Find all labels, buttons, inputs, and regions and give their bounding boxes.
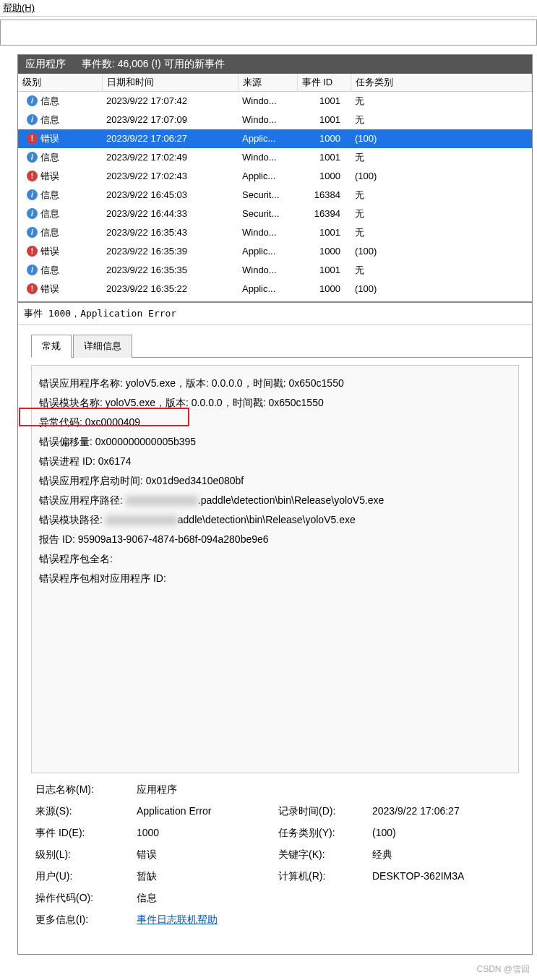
col-header-category[interactable]: 任务类别 — [351, 74, 532, 92]
row-category: (100) — [351, 129, 532, 148]
row-source: Windo... — [238, 261, 297, 280]
info-icon — [27, 227, 38, 238]
row-category: 无 — [351, 223, 532, 242]
error-icon — [27, 246, 38, 257]
row-level-text: 信息 — [40, 207, 59, 220]
redacted-path: xxxxxxxxxx — [106, 515, 178, 525]
val-opcode: 信息 — [137, 892, 278, 905]
val-log-name: 应用程序 — [137, 783, 278, 796]
row-category: 无 — [351, 261, 532, 280]
row-source: Applic... — [238, 167, 297, 186]
row-source: Applic... — [238, 242, 297, 261]
row-level-text: 信息 — [40, 113, 59, 126]
event-table-container: 级别 日期和时间 来源 事件 ID 任务类别 信息2023/9/22 17:07… — [18, 74, 532, 303]
detail-line-app-path: 错误应用程序路径: xxxxxxxxxx.paddle\detection\bi… — [39, 493, 511, 508]
lbl-opcode: 操作代码(O): — [35, 892, 137, 905]
row-datetime: 2023/9/22 16:35:39 — [102, 242, 238, 261]
section-header: 应用程序 事件数: 46,006 (!) 可用的新事件 — [18, 55, 532, 74]
detail-line-pkg-fullname: 错误程序包全名: — [39, 551, 511, 567]
detail-line-process-id: 错误进程 ID: 0x6174 — [39, 454, 511, 469]
info-icon — [27, 189, 38, 200]
row-source: Windo... — [238, 92, 297, 111]
table-row[interactable]: 错误2023/9/22 16:35:22Applic...1000(100) — [18, 280, 532, 298]
row-datetime: 2023/9/22 16:35:22 — [102, 280, 238, 298]
col-header-datetime[interactable]: 日期和时间 — [102, 74, 238, 92]
row-category: (100) — [351, 280, 532, 298]
help-menu[interactable]: 帮助(H) — [3, 2, 35, 13]
redacted-path: xxxxxxxxxx — [126, 496, 198, 506]
row-source: Applic... — [238, 129, 297, 148]
row-source: Securit... — [238, 186, 297, 205]
table-row[interactable]: 错误2023/9/22 16:35:39Applic...1000(100) — [18, 242, 532, 261]
col-header-level[interactable]: 级别 — [18, 74, 102, 92]
event-log-online-help-link[interactable]: 事件日志联机帮助 — [137, 914, 218, 925]
row-source: Windo... — [238, 223, 297, 242]
row-datetime: 2023/9/22 17:07:09 — [102, 111, 238, 129]
highlight-box — [19, 408, 189, 426]
menu-bar: 帮助(H) — [0, 0, 537, 17]
event-table: 级别 日期和时间 来源 事件 ID 任务类别 信息2023/9/22 17:07… — [18, 74, 532, 298]
lbl-category: 任务类别(Y): — [278, 827, 372, 840]
table-row[interactable]: 信息2023/9/22 16:35:35Windo...1001无 — [18, 261, 532, 280]
detail-line-module-path: 错误模块路径: xxxxxxxxxxaddle\detection\bin\Re… — [39, 512, 511, 528]
table-row[interactable]: 信息2023/9/22 17:07:42Windo...1001无 — [18, 92, 532, 111]
row-level-text: 错误 — [40, 170, 59, 183]
lbl-user: 用户(U): — [35, 870, 137, 883]
table-row[interactable]: 信息2023/9/22 16:44:33Securit...16394无 — [18, 205, 532, 223]
table-row[interactable]: 信息2023/9/22 16:45:03Securit...16384无 — [18, 186, 532, 205]
info-icon — [27, 95, 38, 106]
val-logged: 2023/9/22 17:06:27 — [372, 805, 515, 818]
detail-line-app-name: 错误应用程序名称: yoloV5.exe，版本: 0.0.0.0，时间戳: 0x… — [39, 376, 511, 391]
error-icon — [27, 133, 38, 144]
row-source: Windo... — [238, 148, 297, 167]
val-source: Application Error — [137, 805, 278, 818]
tab-details[interactable]: 详细信息 — [73, 335, 132, 358]
table-row[interactable]: 信息2023/9/22 17:02:49Windo...1001无 — [18, 148, 532, 167]
detail-line-pkg-appid: 错误程序包相对应用程序 ID: — [39, 571, 511, 586]
properties-grid: 日志名称(M): 应用程序 来源(S): Application Error 记… — [35, 783, 515, 927]
tab-general[interactable]: 常规 — [31, 335, 72, 358]
lbl-event-id: 事件 ID(E): — [35, 827, 137, 840]
row-level-text: 错误 — [40, 245, 59, 258]
table-row[interactable]: 信息2023/9/22 17:07:09Windo...1001无 — [18, 111, 532, 129]
row-level-text: 信息 — [40, 226, 59, 239]
row-source: Windo... — [238, 111, 297, 129]
val-level: 错误 — [137, 848, 278, 861]
row-datetime: 2023/9/22 17:02:49 — [102, 148, 238, 167]
row-event-id: 1001 — [297, 111, 351, 129]
row-category: 无 — [351, 111, 532, 129]
table-row[interactable]: 信息2023/9/22 16:35:43Windo...1001无 — [18, 223, 532, 242]
error-icon — [27, 171, 38, 181]
row-datetime: 2023/9/22 16:44:33 — [102, 205, 238, 223]
lbl-source: 来源(S): — [35, 805, 137, 818]
row-event-id: 1000 — [297, 280, 351, 298]
table-row[interactable]: 错误2023/9/22 17:02:43Applic...1000(100) — [18, 167, 532, 186]
lbl-computer: 计算机(R): — [278, 870, 372, 883]
row-event-id: 1000 — [297, 129, 351, 148]
detail-line-offset: 错误偏移量: 0x000000000005b395 — [39, 434, 511, 450]
row-category: 无 — [351, 186, 532, 205]
info-icon — [27, 114, 38, 125]
col-header-event-id[interactable]: 事件 ID — [297, 74, 351, 92]
row-event-id: 1001 — [297, 261, 351, 280]
tab-strip: 常规 详细信息 — [31, 334, 532, 358]
detail-line-report-id: 报告 ID: 95909a13-9067-4874-b68f-094a280be… — [39, 532, 511, 547]
error-icon — [27, 283, 38, 294]
row-level-text: 信息 — [40, 189, 59, 202]
row-event-id: 1001 — [297, 223, 351, 242]
col-header-source[interactable]: 来源 — [238, 74, 297, 92]
val-computer: DESKTOP-362IM3A — [372, 870, 515, 883]
row-level-text: 错误 — [40, 283, 59, 296]
row-event-id: 1000 — [297, 242, 351, 261]
info-icon — [27, 265, 38, 275]
row-event-id: 16394 — [297, 205, 351, 223]
row-level-text: 信息 — [40, 95, 59, 108]
lbl-more-info: 更多信息(I): — [35, 914, 137, 927]
row-category: 无 — [351, 92, 532, 111]
val-keywords: 经典 — [372, 848, 515, 861]
row-datetime: 2023/9/22 17:07:42 — [102, 92, 238, 111]
row-source: Applic... — [238, 280, 297, 298]
info-icon — [27, 152, 38, 163]
row-datetime: 2023/9/22 16:45:03 — [102, 186, 238, 205]
table-row[interactable]: 错误2023/9/22 17:06:27Applic...1000(100) — [18, 129, 532, 148]
